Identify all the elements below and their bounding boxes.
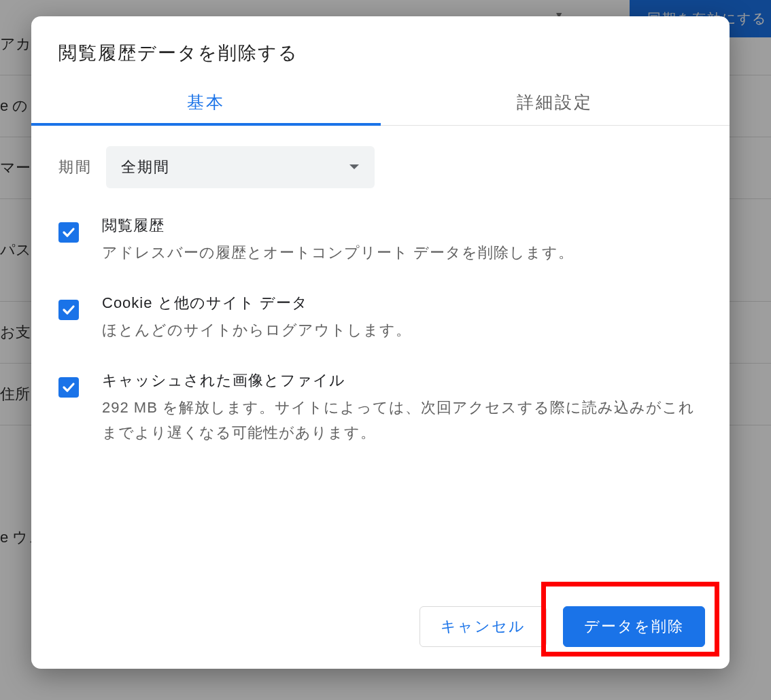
option-desc: 292 MB を解放します。サイトによっては、次回アクセスする際に読み込みがこれ… [102, 395, 702, 447]
dialog-tabs: 基本 詳細設定 [31, 80, 730, 126]
chevron-down-icon [349, 161, 360, 173]
time-range-label: 期間 [58, 157, 92, 177]
option-title: Cookie と他のサイト データ [102, 293, 702, 313]
checkbox-cookies[interactable] [58, 300, 79, 320]
checkbox-cache[interactable] [58, 377, 79, 398]
option-desc: ほとんどのサイトからログアウトします。 [102, 317, 702, 343]
checkbox-browsing-history[interactable] [58, 222, 79, 243]
time-range-value: 全期間 [121, 157, 170, 177]
clear-data-button[interactable]: データを削除 [563, 606, 705, 647]
option-desc: アドレスバーの履歴とオートコンプリート データを削除します。 [102, 240, 702, 266]
tab-advanced[interactable]: 詳細設定 [381, 80, 730, 125]
time-range-select[interactable]: 全期間 [106, 146, 375, 188]
tab-basic[interactable]: 基本 [31, 80, 381, 126]
cancel-button[interactable]: キャンセル [419, 606, 547, 647]
option-title: 閲覧履歴 [102, 215, 702, 236]
option-title: キャッシュされた画像とファイル [102, 370, 702, 391]
dialog-title: 閲覧履歴データを削除する [31, 16, 730, 80]
clear-browsing-data-dialog: 閲覧履歴データを削除する 基本 詳細設定 期間 全期間 閲覧履歴 アドレスバーの… [31, 16, 730, 669]
